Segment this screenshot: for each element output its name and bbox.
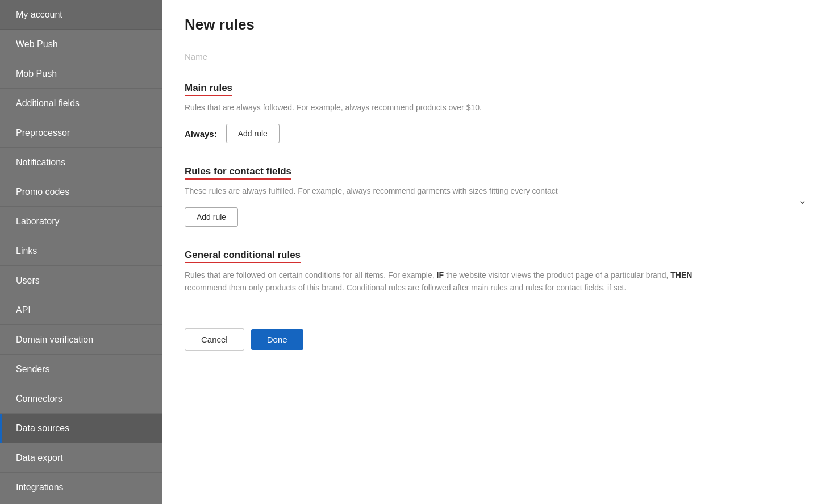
contact-rules-desc: These rules are always fulfilled. For ex… bbox=[185, 185, 724, 197]
main-rules-title: Main rules bbox=[185, 82, 232, 96]
cancel-button[interactable]: Cancel bbox=[185, 328, 244, 351]
always-row: Always: Add rule bbox=[185, 124, 786, 143]
sidebar-item-preprocessor[interactable]: Preprocessor bbox=[0, 118, 162, 148]
section-general-conditional-rules: General conditional rules Rules that are… bbox=[185, 249, 786, 294]
conditional-rules-title: General conditional rules bbox=[185, 249, 301, 263]
sidebar-item-mob-push[interactable]: Mob Push bbox=[0, 59, 162, 89]
done-button[interactable]: Done bbox=[251, 329, 303, 350]
page-title: New rules bbox=[185, 16, 786, 34]
sidebar-item-api[interactable]: API bbox=[0, 295, 162, 325]
section-contact-field-rules: Rules for contact fields These rules are… bbox=[185, 166, 786, 227]
sidebar-item-connectors[interactable]: Connectors bbox=[0, 384, 162, 414]
sidebar-item-domain-verification[interactable]: Domain verification bbox=[0, 325, 162, 355]
main-content: New rules Main rules Rules that are alwa… bbox=[162, 0, 813, 504]
chevron-down-icon[interactable]: ⌄ bbox=[798, 193, 807, 207]
sidebar-item-senders[interactable]: Senders bbox=[0, 355, 162, 384]
desc-if: IF bbox=[437, 270, 444, 280]
contact-rules-add-rule-button[interactable]: Add rule bbox=[185, 207, 238, 227]
sidebar-item-promo-codes[interactable]: Promo codes bbox=[0, 177, 162, 207]
conditional-rules-desc: Rules that are followed on certain condi… bbox=[185, 269, 724, 294]
sidebar-item-my-account[interactable]: My account bbox=[0, 0, 162, 30]
section-main-rules: Main rules Rules that are always followe… bbox=[185, 82, 786, 143]
sidebar-item-integrations[interactable]: Integrations bbox=[0, 473, 162, 502]
sidebar-item-data-sources[interactable]: Data sources bbox=[0, 414, 162, 443]
desc-then: THEN bbox=[670, 270, 692, 280]
sidebar-item-links[interactable]: Links bbox=[0, 236, 162, 266]
sidebar-item-web-push[interactable]: Web Push bbox=[0, 30, 162, 59]
sidebar-item-notifications[interactable]: Notifications bbox=[0, 148, 162, 177]
sidebar-item-laboratory[interactable]: Laboratory bbox=[0, 207, 162, 236]
always-label: Always: bbox=[185, 129, 217, 139]
name-field-wrap bbox=[185, 49, 786, 64]
name-input[interactable] bbox=[185, 49, 298, 64]
contact-rules-title: Rules for contact fields bbox=[185, 166, 291, 180]
sidebar-item-users[interactable]: Users bbox=[0, 266, 162, 295]
sidebar-item-data-export[interactable]: Data export bbox=[0, 443, 162, 473]
sidebar-item-additional-fields[interactable]: Additional fields bbox=[0, 89, 162, 118]
sidebar: My accountWeb PushMob PushAdditional fie… bbox=[0, 0, 162, 504]
footer-actions: Cancel Done bbox=[185, 328, 786, 351]
main-rules-desc: Rules that are always followed. For exam… bbox=[185, 102, 724, 114]
main-rules-add-rule-button[interactable]: Add rule bbox=[226, 124, 280, 143]
